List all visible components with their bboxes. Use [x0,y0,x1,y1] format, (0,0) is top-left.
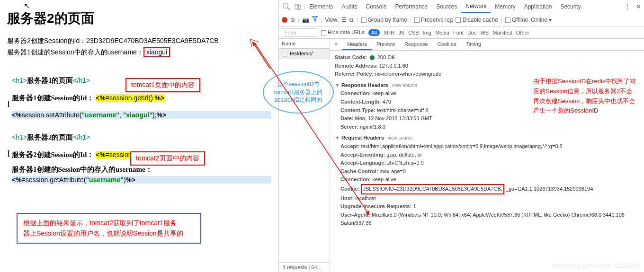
close-detail[interactable]: × [330,39,342,50]
text: 服务器2创建Session的Id： [7,37,86,44]
close-icon[interactable]: ✕ [635,3,642,10]
caret-icon: I [7,149,10,159]
status-dot-icon [370,55,375,60]
watermark: https://blog.csdn.net/qq_41258204 [552,263,639,269]
offline-checkbox[interactable]: Offline [505,17,528,23]
header-row: Status Code: 200 OK [335,53,639,62]
session-id-line: 服务器2创建Session的Id：23D32D9EC470BD3AE505E3C… [7,37,271,45]
caret-icon: I [7,99,10,109]
hide-urls-checkbox[interactable]: Hide data URLs [321,29,365,35]
camera-icon[interactable]: 📷 [302,17,309,23]
view-list-icon[interactable]: ☰ [341,17,347,23]
text: 器上Session设置的用户名，也就说明Session是共享的 [23,228,195,238]
page-content-panel: ↖ 服务器2的页面 服务器2创建Session的Id：23D32D9EC470B… [0,0,278,272]
session-id-value: 23D32D9EC470BD3AE505E3CA9E5DA7CB [86,37,218,44]
filter-font[interactable]: Font [453,30,464,35]
preserve-checkbox[interactable]: Preserve log [414,17,453,23]
header-row: Server: nginx/1.8.0 [340,123,639,132]
tomcat1-label: tomcat1页面中的内容 [125,78,200,92]
filter-css[interactable]: CSS [408,30,419,35]
devtools-body: Name 📄 testdemo/ 1 requests | 64... × He… [279,39,644,272]
header-row: Remote Address: 127.0.0.1:80 [335,62,639,70]
header-row: Accept-Encoding: gzip, deflate, br [340,151,639,159]
source-code-area: I <h1>服务器1的页面</h1> 服务器1创建Session的Id： <%=… [12,76,271,184]
subtab-timing[interactable]: Timing [461,39,486,50]
tab-network[interactable]: Network [461,0,491,13]
cursor-icon: ↖ [24,1,30,10]
more-icon[interactable]: ⋮ [623,3,631,10]
header-row: Cookie: JSESSIONID=23D32D9EC470BD3AE505E… [340,184,639,194]
header-row: User-Agent: Mozilla/5.0 (Windows NT 10.0… [340,211,639,228]
filter-xhr[interactable]: XHR [384,30,394,35]
group-checkbox[interactable]: Group by frame [361,17,407,23]
filter-manifest[interactable]: Manifest [492,30,512,35]
record-icon[interactable] [282,17,287,23]
filter-ws[interactable]: WS [480,30,489,35]
cookie-highlight: JSESSIONID=23D32D9EC470BD3AE505E3CA9E5DA… [361,184,504,194]
header-row: Cache-Control: max-age=0 [340,167,639,176]
headers-column: × Headers Preview Response Cookies Timin… [330,39,644,272]
tab-memory[interactable]: Memory [491,1,519,12]
filter-img[interactable]: Img [423,30,431,35]
text: 这个sessionID与 [274,80,323,88]
disable-cache-checkbox[interactable]: Disable cache [456,17,498,23]
requests-summary: 1 requests | 64... [279,262,330,272]
request-headers-section[interactable]: ▼Request Headersview source [335,134,639,142]
devtools-panel: | Elements Audits Console Performance So… [278,0,644,272]
ellipse-annotation: 这个sessionID与 tomcat1服务器上的 sessionID是相同的 [263,71,334,114]
text: tomcat1服务器上的 [274,88,323,97]
network-toolbar: ⊘ | 📷 | View: ☰ ⧉ | Group by frame | Pre… [279,13,644,26]
filter-all[interactable]: All [368,29,380,36]
text: 根据上面的结果显示，tomcat2获取到了tomcat1服务 [23,218,195,228]
subtab-response[interactable]: Response [400,39,433,50]
device-icon[interactable] [294,3,302,10]
online-select[interactable]: Online ▾ [531,17,552,23]
filter-js[interactable]: JS [398,30,404,35]
header-row: Upgrade-Insecure-Requests: 1 [340,202,639,211]
tab-elements[interactable]: Elements [305,1,337,12]
tab-sources[interactable]: Sources [432,1,461,12]
subtab-preview[interactable]: Preview [372,39,400,50]
devtools-tabs: | Elements Audits Console Performance So… [279,0,644,13]
headers-content: 由于根据SessionID在redis中找到了对 应的Session信息，所以服… [330,51,644,272]
detail-tabs: × Headers Preview Response Cookies Timin… [330,39,644,51]
header-row: Accept-Language: zh-CN,zh;q=0.9 [340,159,639,167]
tab-performance[interactable]: Performance [391,1,432,12]
tomcat2-label: tomcat2页面中的内容 [130,151,205,166]
header-row: Accept: text/html,application/xhtml+xml,… [340,142,639,151]
header-row: Connection: keep-alive [340,175,639,184]
tab-security[interactable]: Security [556,1,585,12]
filter-other[interactable]: Other [516,30,529,35]
subtab-cookies[interactable]: Cookies [433,39,461,50]
text: sessionID是相同的 [274,96,323,104]
view-large-icon[interactable]: ⧉ [349,17,354,23]
filter-doc[interactable]: Doc [467,30,477,35]
username-value: xiaogui [143,47,170,57]
clear-icon[interactable]: ⊘ [290,17,295,23]
name-column-header[interactable]: Name [279,39,330,49]
view-label: View: [325,17,339,23]
request-item[interactable]: 📄 testdemo/ [279,49,330,59]
filter-row: Filter Hide data URLs All XHR JS CSS Img… [279,26,644,39]
text: 服务器1创建的Session中的存入的username： [7,48,143,56]
filter-icon[interactable] [312,16,318,23]
red-explanation: 由于根据SessionID在redis中找到了对 应的Session信息，所以服… [533,77,642,116]
code-line: <%=session.getAttribute("username")%> [12,176,271,184]
filter-input[interactable]: Filter [282,28,317,37]
inspect-icon[interactable] [283,3,290,10]
tab-console[interactable]: Console [362,1,391,12]
header-row: Host: localhost [340,194,639,203]
username-line: 服务器1创建的Session中的存入的username：xiaogui [7,47,271,57]
code-line: 服务器1创建Session的Id： <%=session.getId() %> [12,94,271,103]
code-line: <%session.setAttribute("username", "xiao… [12,111,271,119]
page-title: 服务器2的页面 [7,9,274,27]
code-line: 服务器1创建的Session中的存入的username： [12,165,271,174]
filter-media[interactable]: Media [435,30,449,35]
subtab-headers[interactable]: Headers [342,39,372,50]
blue-explanation-box: 根据上面的结果显示，tomcat2获取到了tomcat1服务 器上Session… [17,213,201,244]
tab-audits[interactable]: Audits [337,1,361,12]
code-line: <h1>服务器2的页面</h1> [12,133,271,142]
tab-application[interactable]: Application [520,1,556,12]
